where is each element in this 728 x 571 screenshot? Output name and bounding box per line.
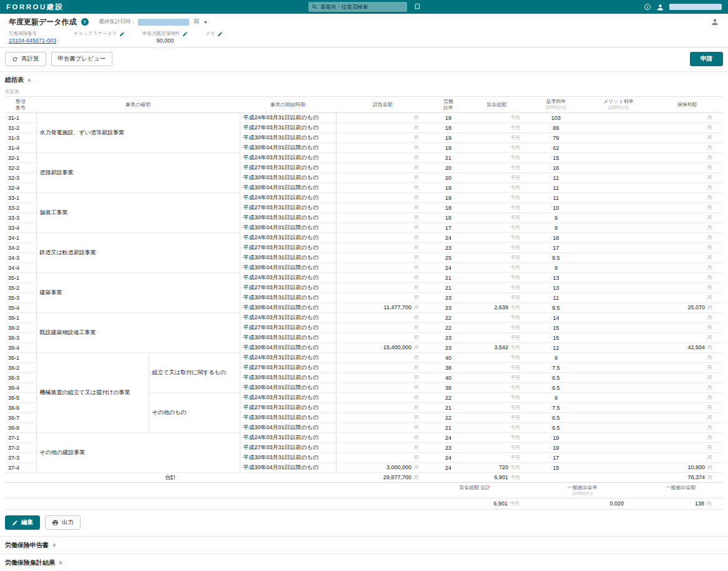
premium-amount: 円 (651, 163, 723, 173)
premium-amount: 円 (651, 393, 723, 403)
collapse-caret-icon: ∧ (27, 77, 31, 83)
premium-amount: 円 (651, 323, 723, 333)
start-period: 平成24年03月31日以前のもの (240, 153, 336, 163)
premium-amount: 円 (651, 273, 723, 283)
wage-total: 千円 (467, 183, 526, 193)
wage-total-header: 賃金総額 合計 (423, 483, 526, 498)
edit-check-status-icon[interactable] (119, 31, 125, 37)
base-rate: 89 (526, 123, 586, 133)
declaration-section-header[interactable]: 労働保険申告書 ∨ (0, 536, 728, 554)
cell (526, 473, 586, 483)
aggregation-count-suffix: 回 (194, 18, 199, 26)
labor-ratio: 23 (430, 333, 467, 343)
aggregation-section-title: 労働保険集計結果 (5, 559, 55, 567)
contract-amount: 円 (336, 233, 430, 243)
help-icon[interactable]: ? (81, 18, 89, 26)
row-id: 38-3 (5, 333, 36, 343)
wage-total: 千円 (467, 283, 526, 293)
declaration-preview-button[interactable]: 申告書プレビュー (51, 52, 113, 66)
start-period: 平成24年03月31日以前のもの (240, 433, 336, 443)
info-icon[interactable] (644, 3, 651, 11)
premium-amount: 円 (651, 433, 723, 443)
premium-amount: 円 (651, 143, 723, 153)
contract-amount: 円 (336, 123, 430, 133)
contract-amount: 円 (336, 213, 430, 223)
labor-ratio: 21 (430, 283, 467, 293)
declaration-section-title: 労働保険申告書 (5, 541, 49, 550)
output-button[interactable]: 出力 (45, 515, 81, 530)
output-label: 出力 (62, 519, 74, 527)
merit-rate (586, 413, 651, 423)
edit-declared-premium-icon[interactable] (182, 31, 188, 37)
wage-total: 千円 (467, 353, 526, 363)
base-rate: 15 (526, 153, 586, 163)
premium-amount: 10,800円 (651, 463, 723, 473)
total-premium-amount: 78,374円 (651, 473, 723, 483)
business-type: 機械装置の組立て又は据付けの事業 (36, 353, 149, 433)
table-row: 31-1水力発電施設、ずい道等新設事業平成24年03月31日以前のもの円19千円… (5, 113, 723, 123)
row-id: 33-4 (5, 223, 36, 233)
base-rate: 79 (526, 133, 586, 143)
general-contribution-rate-value: 0.020 (526, 499, 639, 509)
premium-amount: 円 (651, 413, 723, 423)
contract-amount: 円 (336, 393, 430, 403)
labor-ratio: 17 (430, 223, 467, 233)
labor-insurance-number-link[interactable]: 23104-645671-003 (9, 37, 56, 44)
wage-total: 千円 (467, 423, 526, 433)
wage-total: 千円 (467, 173, 526, 183)
table-row: 32-1道路新設事業平成24年03月31日以前のもの円21千円15円 (5, 153, 723, 163)
labor-ratio: 38 (430, 383, 467, 393)
start-period: 平成27年03月31日以前のもの (240, 323, 336, 333)
wage-total: 千円 (467, 233, 526, 243)
global-search[interactable] (308, 2, 407, 12)
merit-rate (586, 193, 651, 203)
chevron-down-icon[interactable]: ▼ (204, 20, 208, 24)
general-contribution-amount-value: 138円 (639, 499, 723, 509)
wage-total: 千円 (467, 143, 526, 153)
aggregation-section-header[interactable]: 労働保険集計結果 ∧ (0, 554, 728, 571)
wage-total: 千円 (467, 263, 526, 273)
base-rate: 11 (526, 293, 586, 303)
summary-section-header[interactable]: 総括表 ∧ (0, 71, 728, 87)
check-status-item: チェックステータス (74, 31, 125, 37)
contract-amount: 円 (336, 293, 430, 303)
start-period: 平成30年03月31日以前のもの (240, 373, 336, 383)
premium-amount: 円 (651, 113, 723, 123)
base-rate: 15 (526, 333, 586, 343)
user-avatar-icon[interactable] (711, 17, 719, 26)
merit-rate (586, 373, 651, 383)
merit-rate (586, 113, 651, 123)
wage-total: 千円 (467, 453, 526, 463)
collapse-caret-icon: ∨ (52, 542, 56, 548)
column-header: 保険料額 (651, 97, 723, 113)
edit-memo-icon[interactable] (217, 31, 223, 37)
business-type: 既設建築物設備工事業 (36, 313, 240, 353)
premium-amount: 円 (651, 403, 723, 413)
search-input[interactable] (320, 4, 404, 10)
recalculate-button[interactable]: 再計算 (5, 52, 46, 66)
labor-ratio: 21 (430, 153, 467, 163)
wage-total-value: 6,901千円 (423, 499, 526, 509)
summary-footer: 賃金総額 合計 一般拠出金率 (1000分の) 一般拠出金額 6,901千円 0… (5, 483, 723, 510)
labor-ratio: 22 (430, 413, 467, 423)
row-id: 32-1 (5, 153, 36, 163)
total-label: 合計 (5, 473, 336, 483)
merit-rate (586, 443, 651, 453)
account-icon[interactable] (656, 3, 664, 11)
premium-amount: 円 (651, 443, 723, 453)
start-period: 平成30年03月31日以前のもの (240, 293, 336, 303)
contract-amount: 円 (336, 333, 430, 343)
contract-amount: 円 (336, 413, 430, 423)
edit-button[interactable]: 編集 (5, 515, 40, 530)
row-id: 36-6 (5, 403, 36, 413)
base-rate: 6.5 (526, 383, 586, 393)
labor-ratio: 18 (430, 203, 467, 213)
merit-rate (586, 313, 651, 323)
bookmark-icon[interactable] (414, 2, 421, 11)
premium-amount: 円 (651, 363, 723, 373)
apply-button[interactable]: 申請 (690, 52, 723, 66)
business-subtype: その他のもの (149, 393, 240, 433)
base-rate: 6.5 (526, 373, 586, 383)
check-status-label: チェックステータス (74, 31, 117, 37)
labor-ratio: 23 (430, 303, 467, 313)
